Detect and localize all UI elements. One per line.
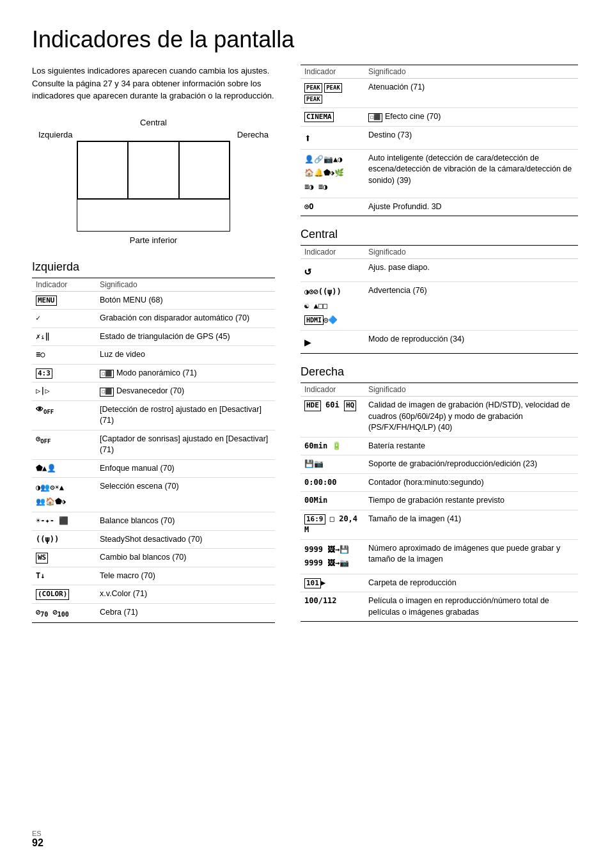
cell-meaning: Cambio bal blancos (70) — [96, 549, 275, 567]
izquierda-table: Indicador Significado MENU Botón MENU (6… — [32, 278, 275, 624]
cell-meaning: Grabación con disparador automático (70) — [96, 310, 275, 328]
page-title: Indicadores de la pantalla — [32, 26, 578, 53]
gps-icon: ✗ᵢ‖ — [36, 331, 50, 342]
playback-number-icon: 100/112 — [304, 596, 337, 606]
video-light-icon: ≡○ — [36, 349, 45, 360]
col-header-indicator-rt: Indicador — [301, 65, 364, 79]
table-row: ☀-✦- ⬛ Balance blancos (70) — [32, 512, 275, 531]
cell-meaning: Número aproximado de imágenes que puede … — [364, 539, 578, 574]
table-row: 9999 🖼→💾9999 🖼→📷 Número aproximado de im… — [301, 539, 578, 574]
table-row: ⬟▲👤 Enfoque manual (70) — [32, 459, 275, 478]
recording-quality-icon: HDE 60i HQ — [304, 400, 356, 411]
diagram-label-right: Derecha — [237, 130, 269, 139]
warning-icon: ◑⊙⊘((ψ))☯ ▲□□HDMI◎🔷 — [304, 285, 341, 327]
tele-macro-icon: T↓ — [36, 571, 45, 581]
cell-meaning: Carpeta de reproducción — [364, 574, 578, 592]
smile-capture-off-icon: ⊙OFF — [36, 434, 51, 446]
col-header-indicator-right: Indicador — [301, 383, 364, 397]
table-row: ▶ Modo de reproducción (34) — [301, 331, 578, 354]
cell-meaning: Tele macro (70) — [96, 567, 275, 585]
cell-meaning: Balance blancos (70) — [96, 512, 275, 531]
cell-meaning: x.v.Color (71) — [96, 585, 275, 604]
table-row: CINEMA ☐⬛ Efecto cine (70) — [301, 108, 578, 127]
table-row: WS Cambio bal blancos (70) — [32, 549, 275, 567]
col-header-meaning-right: Significado — [364, 383, 578, 397]
table-row: (COLOR) x.v.Color (71) — [32, 585, 275, 604]
table-row: ⊙OFF [Captador de sonrisas] ajustado en … — [32, 430, 275, 459]
cell-meaning: SteadyShot desactivado (70) — [96, 530, 275, 549]
xvcolor-icon: (COLOR) — [36, 589, 69, 599]
storage-icon: 💾📷 — [304, 459, 324, 470]
diagram-label-left: Izquierda — [38, 130, 72, 139]
intro-paragraph: Los siguientes indicadores aparecen cuan… — [32, 65, 275, 102]
section-heading-derecha: Derecha — [301, 365, 578, 379]
cell-meaning: [Captador de sonrisas] ajustado en [Desa… — [96, 430, 275, 459]
face-detection-off-icon: 👁OFF — [36, 404, 54, 416]
cell-meaning: Ajus. pase diapo. — [364, 259, 578, 282]
diagram-label-bottom: Parte inferior — [32, 235, 275, 245]
table-row: PEAK PEAK PEAK Atenuación (71) — [301, 79, 578, 108]
cell-meaning: Película o imagen en reproducción/número… — [364, 592, 578, 622]
page-footer: ES 92 — [32, 830, 43, 849]
self-timer-icon: ✓ — [36, 313, 40, 324]
cell-meaning: [Detección de rostro] ajustado en [Desac… — [96, 400, 275, 430]
cell-meaning: Contador (hora:minuto:segundo) — [364, 473, 578, 492]
peak3-icon: PEAK — [304, 95, 322, 104]
counter-icon: 0:00:00 — [304, 477, 337, 488]
table-row: ◑⊙⊘((ψ))☯ ▲□□HDMI◎🔷 Advertencia (76) — [301, 282, 578, 331]
cell-meaning: ☐⬛ Desvanecedor (70) — [96, 383, 275, 401]
table-row: 💾📷 Soporte de grabación/reproducción/edi… — [301, 455, 578, 474]
table-row: 👤🔗📷▲◑🏠🔔⬟⬗🌿≡◑ ≡◑ Auto inteligente (detecc… — [301, 149, 578, 198]
wb-shift-icon: WS — [36, 553, 48, 563]
aspect-ratio-icon: 4:3 — [36, 368, 52, 379]
section-heading-central: Central — [301, 228, 578, 241]
table-row: 101▶ Carpeta de reproducción — [301, 574, 578, 592]
central-table: Indicador Significado ↺ Ajus. pase diapo… — [301, 245, 578, 354]
footer-lang: ES — [32, 830, 42, 837]
page-number: 92 — [32, 837, 43, 848]
table-row: ✓ Grabación con disparador automático (7… — [32, 310, 275, 328]
table-row: 👁OFF [Detección de rostro] ajustado en [… — [32, 400, 275, 430]
table-row: ⊘70 ⊘100 Cebra (71) — [32, 603, 275, 622]
cell-meaning: Cebra (71) — [96, 603, 275, 622]
table-row: 100/112 Película o imagen en reproducció… — [301, 592, 578, 622]
cell-meaning: Atenuación (71) — [364, 79, 578, 108]
table-row: 60min 🔋 Batería restante — [301, 437, 578, 455]
peak2-icon: PEAK — [324, 83, 342, 93]
fader-icon: ▷|▷ — [36, 386, 50, 397]
cell-meaning: Calidad de imagen de grabación (HD/STD),… — [364, 397, 578, 438]
table-row: ≡○ Luz de video — [32, 346, 275, 365]
image-count-icon: 9999 🖼→💾9999 🖼→📷 — [304, 543, 349, 571]
table-row: MENU Botón MENU (68) — [32, 291, 275, 310]
cell-meaning: Tiempo de grabación restante previsto — [364, 492, 578, 510]
table-row: ◑👥⚙☀▲👥🏠⬟⬗ Selección escena (70) — [32, 478, 275, 512]
table-row: ✗ᵢ‖ Estado de triangulación de GPS (45) — [32, 327, 275, 346]
table-row: ▷|▷ ☐⬛ Desvanecedor (70) — [32, 383, 275, 401]
cell-meaning: Selección escena (70) — [96, 478, 275, 512]
table-row: HDE 60i HQ Calidad de imagen de grabació… — [301, 397, 578, 438]
table-row: 16:9 □ 20,4 M Tamaño de la imagen (41) — [301, 510, 578, 539]
battery-icon: 60min 🔋 — [304, 441, 341, 452]
remaining-time-icon: 00Min — [304, 495, 327, 506]
table-row: 00Min Tiempo de grabación restante previ… — [301, 492, 578, 510]
table-row: 0:00:00 Contador (hora:minuto:segundo) — [301, 473, 578, 492]
steadyshot-icon: ((ψ)) — [36, 534, 59, 545]
cell-meaning: Luz de video — [96, 346, 275, 365]
derecha-table: Indicador Significado HDE 60i HQ Calidad… — [301, 383, 578, 622]
table-row: T↓ Tele macro (70) — [32, 567, 275, 585]
table-row: ⊙O Ajuste Profundid. 3D — [301, 198, 578, 216]
peak1-icon: PEAK — [304, 83, 322, 93]
cell-meaning: Ajuste Profundid. 3D — [364, 198, 578, 216]
scene-select-icon: ◑👥⚙☀▲👥🏠⬟⬗ — [36, 481, 66, 509]
diagram-label-central: Central — [32, 118, 275, 127]
image-size-icon: 16:9 □ 20,4 M — [304, 514, 361, 535]
cell-meaning: Soporte de grabación/reproducción/edició… — [364, 455, 578, 474]
cell-meaning: Advertencia (76) — [364, 282, 578, 331]
cinema-icon: CINEMA — [304, 112, 334, 122]
col-header-meaning-left: Significado — [96, 278, 275, 291]
cell-meaning: Estado de triangulación de GPS (45) — [96, 327, 275, 346]
menu-icon: MENU — [36, 296, 57, 306]
3d-depth-icon: ⊙O — [304, 201, 313, 212]
table-row: ↺ Ajus. pase diapo. — [301, 259, 578, 282]
cell-meaning: Modo de reproducción (34) — [364, 331, 578, 354]
